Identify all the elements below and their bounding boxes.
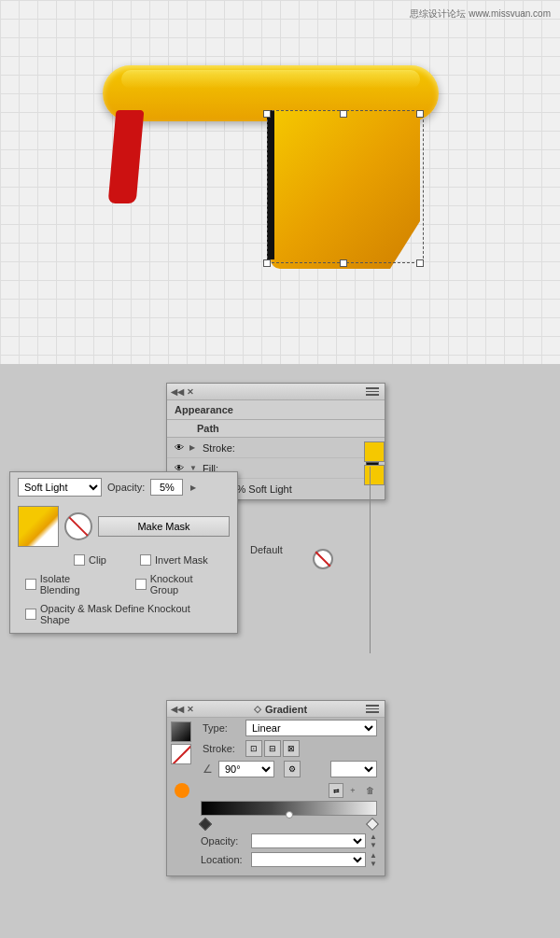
- knockout-checkbox[interactable]: [135, 579, 147, 590]
- path-label-row: Path: [167, 420, 385, 438]
- gradient-location-row: Location: ▲ ▼: [201, 851, 377, 868]
- clip-checkbox-row: Clip: [66, 553, 114, 567]
- angle-icon: ∠: [203, 763, 213, 776]
- side-swatches: [364, 441, 385, 485]
- gradient-stroke-label: Stroke:: [203, 743, 240, 754]
- gradient-content: Type: Linear Radial Stroke: ⊡ ⊟ ⊠: [195, 718, 385, 779]
- stroke-expand-icon[interactable]: ▶: [189, 443, 199, 453]
- gradient-location-label: Location:: [201, 854, 247, 865]
- gun-illustration: [84, 47, 457, 308]
- knockout-label: Knockout Group: [150, 573, 222, 595]
- opacity-mask-checkbox[interactable]: [25, 609, 36, 620]
- gradient-collapse-icon[interactable]: ◀◀: [173, 705, 182, 714]
- gun-lower-body: [271, 110, 420, 269]
- svg-line-0: [172, 745, 191, 764]
- gradient-stop-left[interactable]: [199, 818, 212, 831]
- blend-panel: Soft Light Normal Multiply Screen Opacit…: [9, 471, 238, 634]
- orange-dot-container: [175, 783, 189, 798]
- opacity-down-arrow[interactable]: ▼: [370, 841, 377, 849]
- gradient-angle-row: ∠ 90° 0° 180° -90° ⚙: [195, 759, 385, 779]
- location-up-arrow[interactable]: ▲: [370, 851, 377, 860]
- gradient-preview-swatch[interactable]: [171, 721, 191, 742]
- isolate-row: Isolate Blending: [18, 571, 119, 597]
- opacity-mask-row: Opacity & Mask Define Knockout Shape: [10, 599, 237, 633]
- gradient-type-select[interactable]: Linear Radial: [245, 720, 377, 736]
- blend-mode-row: Soft Light Normal Multiply Screen Opacit…: [10, 472, 237, 502]
- watermark: 思综设计论坛 www.missvuan.com: [410, 7, 551, 21]
- knockout-row: Knockout Group: [128, 571, 230, 597]
- collapse-icon[interactable]: ◀◀: [173, 387, 182, 397]
- canvas-area: 思综设计论坛 www.missvuan.com: [0, 0, 560, 364]
- opacity-value: 5% Soft Light: [231, 483, 291, 495]
- stroke-btn-3[interactable]: ⊠: [283, 740, 300, 757]
- make-mask-container: Make Mask: [98, 516, 230, 537]
- gradient-extra-select[interactable]: [330, 761, 377, 777]
- gradient-opacity-select[interactable]: [251, 833, 366, 848]
- no-mask-icon[interactable]: [64, 512, 92, 540]
- handle-tm[interactable]: [340, 110, 347, 118]
- no-circle-appearance[interactable]: [313, 549, 333, 569]
- gradient-location-select[interactable]: [251, 852, 366, 867]
- default-label: Default: [250, 544, 283, 555]
- isolate-knockout-row: Isolate Blending Knockout Group: [10, 569, 237, 599]
- gun-handle: [108, 110, 145, 203]
- gradient-type-row: Type: Linear Radial: [195, 718, 385, 738]
- stroke-row: 👁 ▶ Stroke:: [167, 438, 385, 458]
- location-arrows: ▲ ▼: [370, 851, 377, 868]
- opacity-up-arrow[interactable]: ▲: [370, 833, 377, 841]
- handle-tl[interactable]: [263, 110, 271, 118]
- yellow-swatch[interactable]: [364, 441, 385, 462]
- gradient-stroke-swatch[interactable]: [171, 744, 191, 764]
- panel-menu-icon[interactable]: [366, 385, 379, 399]
- invert-checkbox[interactable]: [140, 554, 151, 566]
- invert-label: Invert Mask: [155, 554, 208, 566]
- gradient-panel: ◀◀ ✕ ◇ Gradient: [166, 700, 385, 876]
- yellow-swatch-2[interactable]: [364, 465, 385, 485]
- appearance-title-text: Appearance: [175, 404, 233, 415]
- gradient-titlebar-left: ◀◀ ✕: [173, 705, 195, 714]
- reverse-gradient-btn[interactable]: ⇄: [329, 783, 343, 798]
- gradient-delete-icon[interactable]: 🗑: [362, 783, 377, 798]
- blend-thumbnail[interactable]: [18, 506, 59, 547]
- blend-opacity-input[interactable]: [150, 479, 183, 496]
- gradient-type-label: Type:: [203, 722, 240, 734]
- appearance-title: Appearance: [167, 400, 385, 420]
- handle-tr[interactable]: [416, 110, 424, 118]
- handle-bm[interactable]: [340, 259, 347, 267]
- gradient-midpoint-slider[interactable]: [286, 811, 293, 819]
- panels-area: ◀◀ ✕ Appearance Path 👁 ▶ Stroke: 👁 ▼: [0, 364, 560, 938]
- isolate-label: Isolate Blending: [40, 573, 111, 595]
- gradient-add-icon[interactable]: +: [345, 783, 360, 798]
- gradient-close-icon[interactable]: ✕: [186, 705, 195, 714]
- gradient-menu-icon[interactable]: [366, 703, 379, 716]
- gradient-titlebar: ◀◀ ✕ ◇ Gradient: [167, 701, 385, 718]
- make-mask-button[interactable]: Make Mask: [98, 516, 230, 537]
- gradient-options-btn[interactable]: ⚙: [284, 761, 301, 777]
- gradient-main-body: Type: Linear Radial Stroke: ⊡ ⊟ ⊠: [167, 718, 385, 779]
- opacity-arrow-btn[interactable]: ▶: [189, 483, 198, 492]
- close-icon[interactable]: ✕: [186, 387, 195, 397]
- opacity-mask-label: Opacity & Mask Define Knockout Shape: [40, 603, 222, 625]
- gradient-stop-right[interactable]: [366, 818, 379, 831]
- clip-checkbox[interactable]: [74, 554, 85, 566]
- orange-dot[interactable]: [175, 783, 189, 798]
- clip-invert-row: Clip Invert Mask: [10, 551, 237, 569]
- clip-label: Clip: [89, 554, 106, 566]
- isolate-checkbox[interactable]: [25, 579, 36, 590]
- handle-br[interactable]: [416, 259, 424, 267]
- stroke-label: Stroke:: [203, 442, 362, 454]
- opacity-mask-checkbox-row: Opacity & Mask Define Knockout Shape: [18, 601, 230, 627]
- location-down-arrow[interactable]: ▼: [370, 860, 377, 868]
- stroke-btn-1[interactable]: ⊡: [245, 740, 262, 757]
- gradient-icons-row: ⇄ + 🗑: [201, 783, 377, 798]
- opacity-arrows: ▲ ▼: [370, 833, 377, 849]
- gradient-title-text: Gradient: [265, 704, 307, 715]
- stroke-buttons: ⊡ ⊟ ⊠: [245, 740, 300, 757]
- stroke-visibility-icon[interactable]: 👁: [173, 441, 186, 455]
- blend-mask-row: Make Mask: [10, 502, 237, 551]
- gradient-diamond-icon: ◇: [254, 704, 261, 714]
- blend-mode-select[interactable]: Soft Light Normal Multiply Screen: [18, 478, 102, 497]
- handle-bl[interactable]: [263, 259, 271, 267]
- stroke-btn-2[interactable]: ⊟: [264, 740, 281, 757]
- gradient-angle-select[interactable]: 90° 0° 180° -90°: [218, 761, 274, 777]
